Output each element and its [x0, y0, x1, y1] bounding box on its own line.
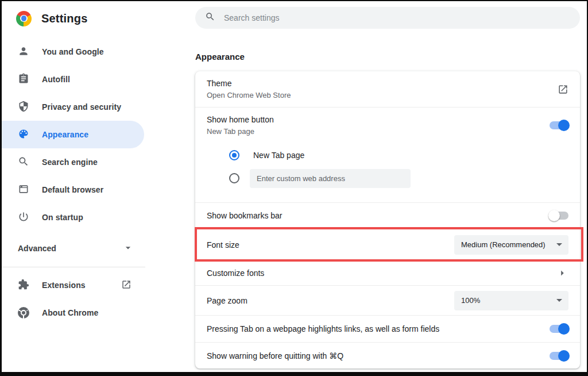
settings-search-bar[interactable] [195, 7, 580, 29]
sidebar-item-about-chrome[interactable]: About Chrome [2, 299, 144, 327]
page-zoom-value: 100% [461, 296, 480, 305]
sidebar-item-label: Extensions [42, 281, 86, 290]
main-content: Appearance Theme Open Chrome Web Store S… [152, 1, 587, 372]
palette-icon [18, 128, 29, 141]
font-size-dropdown[interactable]: Medium (Recommended) [454, 235, 568, 255]
sidebar-header: Settings [2, 1, 152, 36]
sidebar-item-search-engine[interactable]: Search engine [2, 148, 144, 176]
quit-warning-toggle[interactable] [550, 352, 568, 360]
page-zoom-row: Page zoom 100% [195, 285, 580, 315]
appearance-card: Theme Open Chrome Web Store Show home bu… [195, 71, 580, 369]
chevron-down-icon [122, 242, 134, 255]
custom-address-radio[interactable] [229, 173, 239, 183]
theme-title: Theme [207, 78, 291, 89]
search-icon [18, 156, 29, 169]
sidebar-item-privacy-and-security[interactable]: Privacy and security [2, 93, 144, 121]
font-size-label: Font size [207, 239, 239, 251]
new-tab-page-label: New Tab page [253, 149, 304, 161]
sidebar-item-label: You and Google [42, 47, 104, 56]
sidebar-item-label: Search engine [42, 158, 98, 167]
shield-icon [18, 101, 29, 114]
tab-highlight-row: Pressing Tab on a webpage highlights lin… [195, 315, 580, 342]
custom-address-input[interactable] [250, 169, 411, 188]
new-tab-page-radio[interactable] [229, 150, 239, 160]
sidebar-item-label: On startup [42, 213, 83, 222]
tab-highlight-toggle[interactable] [550, 325, 568, 333]
page-zoom-dropdown[interactable]: 100% [454, 291, 568, 310]
section-title: Appearance [195, 52, 580, 62]
customize-fonts-row[interactable]: Customize fonts [195, 260, 580, 285]
theme-subtitle: Open Chrome Web Store [207, 90, 291, 101]
search-input[interactable] [223, 13, 570, 23]
customize-fonts-label: Customize fonts [207, 267, 264, 279]
caret-down-icon [556, 299, 562, 302]
sidebar-nav: You and Google Autofill Privacy and secu… [2, 36, 152, 231]
sidebar-item-appearance[interactable]: Appearance [2, 121, 144, 148]
sidebar: Settings You and Google Autofill Privacy… [2, 1, 152, 372]
font-size-row: Font size Medium (Recommended) [195, 228, 580, 260]
external-link-icon [121, 279, 131, 291]
sidebar-footer: Extensions About Chrome [2, 267, 152, 327]
sidebar-item-on-startup[interactable]: On startup [2, 204, 144, 231]
power-icon [18, 211, 29, 224]
tab-highlight-label: Pressing Tab on a webpage highlights lin… [207, 323, 439, 335]
browser-icon [18, 183, 29, 197]
advanced-label: Advanced [18, 244, 56, 253]
sidebar-item-default-browser[interactable]: Default browser [2, 176, 144, 204]
show-home-button-subtitle: New Tab page [207, 126, 274, 137]
home-button-options: New Tab page [195, 143, 580, 202]
page-zoom-label: Page zoom [207, 295, 247, 306]
sidebar-item-label: Appearance [42, 130, 88, 139]
show-home-button-row: Show home button New Tab page [195, 107, 580, 143]
page-title: Settings [41, 12, 88, 25]
new-tab-page-option: New Tab page [229, 144, 568, 167]
show-bookmarks-bar-toggle[interactable] [550, 212, 568, 220]
theme-row[interactable]: Theme Open Chrome Web Store [195, 71, 580, 107]
quit-warning-row: Show warning before quitting with ⌘Q [195, 342, 580, 369]
caret-down-icon [556, 243, 562, 246]
show-bookmarks-bar-label: Show bookmarks bar [207, 210, 283, 221]
chrome-logo-icon [16, 11, 32, 26]
sidebar-item-label: Default browser [42, 185, 103, 194]
sidebar-item-you-and-google[interactable]: You and Google [2, 38, 144, 66]
show-home-button-title: Show home button [207, 114, 274, 125]
show-bookmarks-bar-row: Show bookmarks bar [195, 202, 580, 228]
sidebar-item-label: Autofill [42, 75, 70, 84]
person-icon [18, 45, 29, 59]
sidebar-item-label: Privacy and security [42, 102, 121, 112]
external-link-icon[interactable] [558, 84, 568, 95]
chrome-settings-window: Settings You and Google Autofill Privacy… [0, 0, 588, 376]
search-icon [205, 11, 215, 24]
quit-warning-label: Show warning before quitting with ⌘Q [207, 350, 343, 362]
sidebar-item-label: About Chrome [42, 308, 98, 317]
custom-address-option [229, 167, 568, 190]
chrome-outline-icon [18, 307, 29, 319]
show-home-button-toggle[interactable] [550, 121, 568, 129]
font-size-value: Medium (Recommended) [461, 240, 546, 249]
arrow-right-icon [556, 267, 568, 279]
sidebar-item-extensions[interactable]: Extensions [2, 271, 144, 299]
sidebar-advanced-expander[interactable]: Advanced [2, 235, 145, 262]
puzzle-icon [18, 279, 29, 292]
sidebar-item-autofill[interactable]: Autofill [2, 66, 144, 93]
autofill-icon [18, 73, 29, 86]
